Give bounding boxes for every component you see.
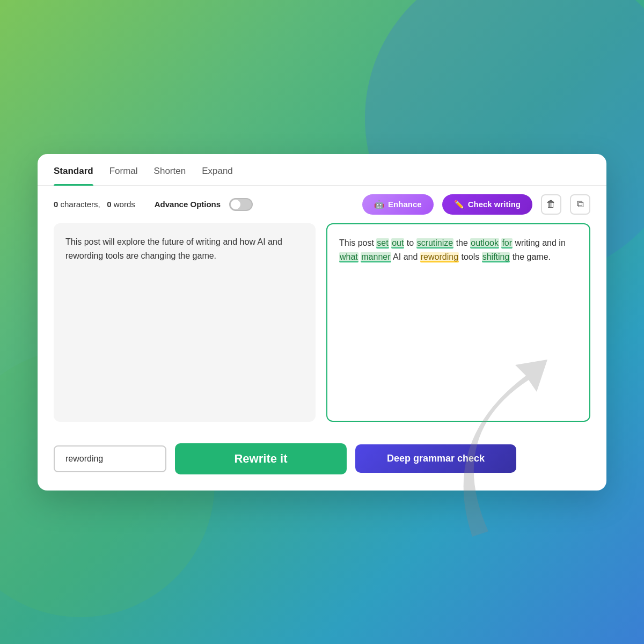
output-text-part: out: [391, 238, 404, 248]
enhance-button[interactable]: 🤖 Enhance: [362, 194, 434, 215]
output-text-part: what: [339, 252, 358, 262]
controls-row: 0 characters, 0 words Advance Options 🤖 …: [38, 186, 606, 223]
output-text-part: shifting: [482, 252, 510, 262]
copy-icon: ⧉: [577, 199, 584, 210]
copy-button[interactable]: ⧉: [570, 194, 590, 215]
output-text-part: for: [501, 238, 513, 248]
output-text-part: tools: [459, 252, 482, 261]
advance-options-label: Advance Options: [155, 200, 221, 209]
delete-button[interactable]: 🗑: [541, 194, 561, 215]
content-area: This post will explore the future of wri…: [38, 223, 606, 435]
char-word-count: 0 characters, 0 words: [54, 200, 135, 209]
output-text-part: outlook: [470, 238, 499, 248]
output-text-part: manner: [361, 252, 391, 262]
words-count: 0: [107, 200, 111, 209]
tab-standard[interactable]: Standard: [54, 166, 93, 185]
output-text-part: the: [453, 238, 470, 247]
output-text-part: set: [376, 238, 389, 248]
bottom-row: Rewrite it Deep grammar check: [38, 435, 606, 491]
tab-formal[interactable]: Formal: [109, 166, 138, 185]
input-text: This post will explore the future of wri…: [65, 237, 282, 260]
tab-expand[interactable]: Expand: [202, 166, 233, 185]
output-panel: This post set out to scrutinize the outl…: [326, 223, 590, 422]
output-text-part: to: [404, 238, 416, 247]
enhance-label: Enhance: [388, 200, 422, 209]
output-text-part: This post: [339, 238, 376, 247]
check-writing-icon: ✏️: [454, 200, 464, 209]
delete-icon: 🗑: [546, 199, 556, 210]
input-panel[interactable]: This post will explore the future of wri…: [54, 223, 316, 422]
output-text-part: writing and in: [513, 238, 566, 247]
output-text-part: scrutinize: [416, 238, 454, 248]
characters-count: 0: [54, 200, 58, 209]
output-text-part: rewording: [420, 252, 459, 262]
output-text-part: the game.: [510, 252, 551, 261]
enhance-icon: 🤖: [374, 200, 384, 209]
rewording-input[interactable]: [54, 445, 166, 472]
characters-label: characters,: [61, 200, 100, 209]
check-writing-button[interactable]: ✏️ Check writing: [442, 194, 532, 215]
main-card: Standard Formal Shorten Expand 0 charact…: [38, 154, 606, 491]
words-label: words: [114, 200, 135, 209]
check-writing-label: Check writing: [468, 200, 521, 209]
grammar-check-button[interactable]: Deep grammar check: [355, 444, 516, 473]
advance-options-toggle[interactable]: [229, 198, 253, 211]
tabs-row: Standard Formal Shorten Expand: [38, 154, 606, 186]
tab-shorten[interactable]: Shorten: [154, 166, 186, 185]
output-text-part: AI and: [391, 252, 420, 261]
rewrite-button[interactable]: Rewrite it: [175, 443, 347, 474]
